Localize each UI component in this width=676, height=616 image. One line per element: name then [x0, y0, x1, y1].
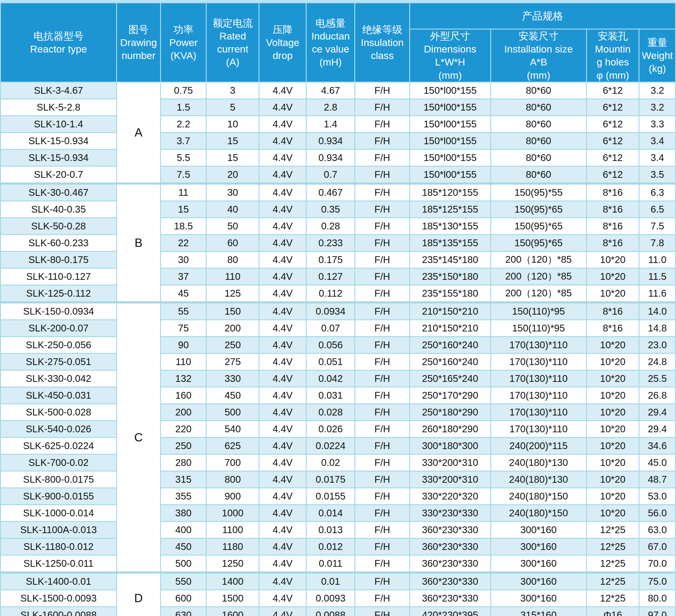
table-row: SLK-110-0.127371104.4V0.127F/H235*150*18…	[1, 268, 676, 285]
cell-reactor-type: SLK-450-0.031	[1, 387, 117, 404]
cell-power: 3.7	[160, 132, 206, 149]
cell-inductance: 0.0934	[306, 302, 355, 320]
cell-power: 110	[160, 353, 206, 370]
cell-dimensions: 210*150*210	[409, 302, 491, 320]
cell-insulation-class: F/H	[355, 320, 409, 336]
table-row: SLK-800-0.01753158004.4V0.0175F/H330*200…	[1, 471, 676, 488]
cell-rated-current: 10	[206, 116, 259, 132]
cell-power: 45	[160, 285, 206, 302]
cell-mounting-holes: 10*20	[586, 404, 639, 421]
cell-installation-size: 300*160	[491, 521, 586, 538]
cell-inductance: 2.8	[306, 99, 355, 116]
cell-reactor-type: SLK-40-0.35	[1, 201, 117, 218]
cell-reactor-type: SLK-15-0.934	[1, 149, 117, 166]
cell-installation-size: 80*60	[491, 82, 586, 99]
cell-installation-size: 240(180)*130	[491, 471, 586, 488]
cell-inductance: 0.28	[306, 218, 355, 234]
cell-rated-current: 5	[206, 99, 259, 116]
header-line: (kg)	[639, 62, 675, 75]
cell-dimensions: 185*120*155	[409, 183, 491, 201]
header-line: (KVA)	[161, 49, 206, 62]
cell-weight: 7.8	[639, 234, 676, 251]
cell-power: 22	[160, 234, 206, 251]
cell-voltage-drop: 4.4V	[259, 421, 306, 437]
header-line: g holes	[587, 55, 639, 68]
cell-insulation-class: F/H	[355, 607, 409, 616]
cell-dimensions: 360*230*330	[409, 538, 491, 555]
cell-dimensions: 250*160*240	[409, 336, 491, 353]
header-line: 安装孔	[587, 30, 639, 43]
cell-reactor-type: SLK-700-0.02	[1, 454, 117, 471]
cell-dimensions: 235*155*180	[409, 285, 491, 302]
cell-dimensions: 150*l00*155	[409, 82, 491, 99]
table-row: SLK-1250-0.01150012504.4V0.011F/H360*230…	[1, 555, 676, 572]
cell-rated-current: 150	[206, 302, 259, 320]
cell-insulation-class: F/H	[355, 555, 409, 572]
cell-installation-size: 80*60	[491, 132, 586, 149]
header-line: Weight	[639, 49, 675, 62]
cell-power: 2.2	[160, 116, 206, 132]
cell-rated-current: 1180	[206, 538, 259, 555]
cell-mounting-holes: 8*16	[586, 320, 639, 336]
cell-insulation-class: F/H	[355, 353, 409, 370]
cell-installation-size: 300*160	[491, 590, 586, 607]
cell-weight: 75.0	[639, 572, 676, 590]
column-header-mounting-holes: 安装孔Mounting holesφ (mm)	[586, 29, 639, 82]
cell-weight: 34.6	[639, 437, 676, 454]
cell-insulation-class: F/H	[355, 505, 409, 521]
cell-mounting-holes: 10*20	[586, 251, 639, 268]
cell-weight: 14.8	[639, 320, 676, 336]
header-line: 额定电流	[207, 16, 259, 30]
table-row: SLK-150-0.0934C551504.4V0.0934F/H210*150…	[1, 302, 676, 320]
cell-installation-size: 300*160	[491, 572, 586, 590]
cell-mounting-holes: 12*25	[586, 555, 639, 572]
cell-dimensions: 150*l00*155	[409, 116, 491, 132]
table-row: SLK-50-0.2818.5504.4V0.28F/H185*130*1551…	[1, 218, 676, 234]
column-header-drawing-number: 图号Drawingnumber	[116, 3, 160, 82]
cell-inductance: 0.01	[306, 572, 355, 590]
table-row: SLK-540-0.0262205404.4V0.026F/H260*180*2…	[1, 421, 676, 437]
table-row: SLK-15-0.9345.5154.4V0.934F/H150*l00*155…	[1, 149, 676, 166]
cell-inductance: 0.0224	[306, 437, 355, 454]
cell-reactor-type: SLK-200-0.07	[1, 320, 117, 336]
cell-voltage-drop: 4.4V	[259, 82, 306, 99]
header-line: Installation size	[491, 43, 586, 55]
cell-dimensions: 360*230*330	[409, 521, 491, 538]
cell-weight: 97.0	[639, 607, 676, 616]
cell-mounting-holes: 10*20	[586, 336, 639, 353]
cell-reactor-type: SLK-1250-0.011	[1, 555, 117, 572]
cell-dimensions: 185*135*155	[409, 234, 491, 251]
cell-rated-current: 500	[206, 404, 259, 421]
table-row: SLK-1180-0.01245011804.4V0.012F/H360*230…	[1, 538, 676, 555]
cell-reactor-type: SLK-1000-0.014	[1, 505, 117, 521]
cell-insulation-class: F/H	[355, 251, 409, 268]
cell-installation-size: 200（120）*85	[491, 268, 586, 285]
cell-inductance: 0.031	[306, 387, 355, 404]
header-line: 外型尺寸	[410, 30, 490, 43]
header-line: 图号	[117, 23, 160, 36]
cell-rated-current: 30	[206, 183, 259, 201]
cell-insulation-class: F/H	[355, 132, 409, 149]
cell-power: 132	[160, 370, 206, 387]
cell-power: 355	[160, 488, 206, 505]
cell-insulation-class: F/H	[355, 387, 409, 404]
cell-installation-size: 150(95)*65	[491, 234, 586, 251]
cell-dimensions: 150*l00*155	[409, 166, 491, 183]
header-line: (mm)	[491, 69, 586, 82]
cell-weight: 6.5	[639, 201, 676, 218]
cell-voltage-drop: 4.4V	[259, 302, 306, 320]
table-row: SLK-900-0.01553559004.4V0.0155F/H330*220…	[1, 488, 676, 505]
cell-mounting-holes: 12*25	[586, 572, 639, 590]
cell-dimensions: 260*180*290	[409, 421, 491, 437]
column-header-weight: 重量Weight(kg)	[639, 29, 676, 82]
cell-weight: 6.3	[639, 183, 676, 201]
cell-insulation-class: F/H	[355, 99, 409, 116]
cell-inductance: 0.013	[306, 521, 355, 538]
cell-inductance: 0.112	[306, 285, 355, 302]
cell-weight: 3.5	[639, 166, 676, 183]
column-header-power: 功率Power(KVA)	[160, 3, 206, 82]
cell-power: 380	[160, 505, 206, 521]
cell-weight: 29.4	[639, 421, 676, 437]
cell-reactor-type: SLK-540-0.026	[1, 421, 117, 437]
cell-rated-current: 3	[206, 82, 259, 99]
